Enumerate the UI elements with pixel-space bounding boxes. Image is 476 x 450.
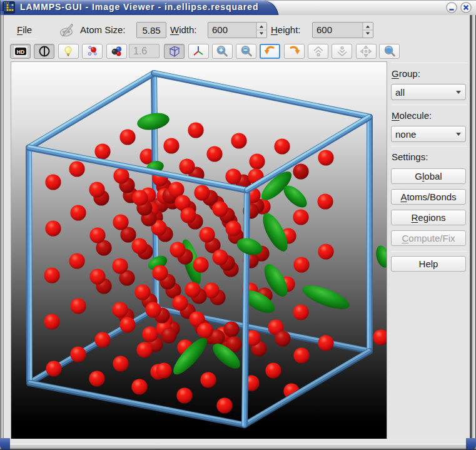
svg-text:HD: HD [16, 49, 24, 55]
